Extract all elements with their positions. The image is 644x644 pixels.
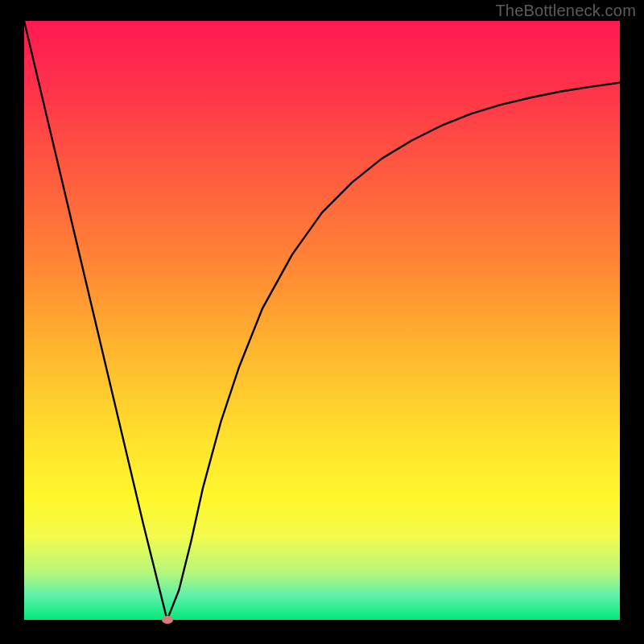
chart-frame: TheBottleneck.com: [0, 0, 644, 644]
watermark-text: TheBottleneck.com: [495, 2, 636, 20]
bottleneck-curve: [24, 21, 620, 620]
plot-area: [24, 21, 620, 620]
optimum-marker: [162, 616, 173, 624]
